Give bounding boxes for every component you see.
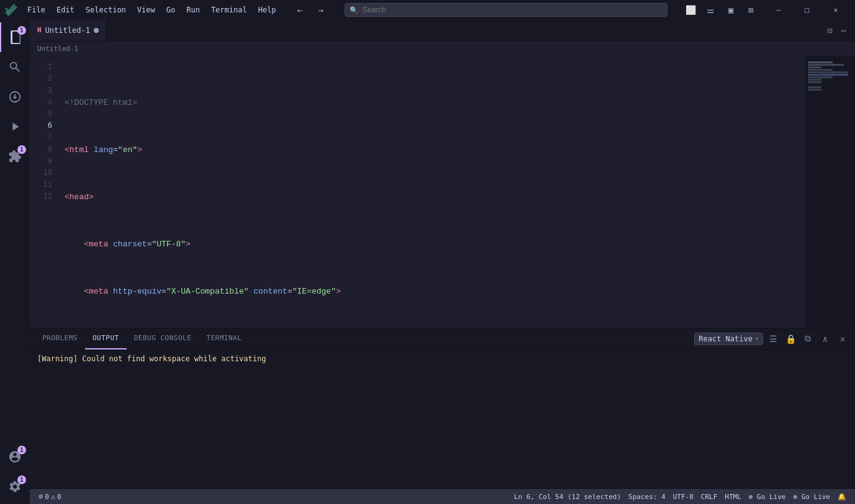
layout-grid-icon[interactable]: ⊞	[742, 3, 759, 17]
panel-area: PROBLEMS OUTPUT DEBUG CONSOLE TERMINAL R…	[30, 328, 855, 489]
breadcrumb: Untitled-1	[30, 42, 855, 56]
titlebar: File Edit Selection View Go Run Terminal…	[0, 0, 855, 20]
error-icon: ⊘	[38, 492, 43, 501]
line-num-6: 6	[30, 120, 52, 132]
html-file-icon: H	[37, 26, 42, 34]
tab-output[interactable]: OUTPUT	[85, 328, 127, 349]
explorer-badge: 1	[17, 26, 26, 35]
minimize-button[interactable]: —	[764, 0, 793, 20]
menu-selection[interactable]: Selection	[81, 4, 131, 16]
warning-icon: ⚠	[51, 492, 55, 501]
sidebar-right-icon[interactable]: ▣	[722, 3, 740, 17]
line-num-3: 3	[30, 85, 52, 97]
tab-modified-dot	[94, 28, 99, 33]
list-view-icon[interactable]: ☰	[766, 331, 780, 346]
status-language[interactable]: HTML	[721, 489, 745, 504]
tab-label: Untitled-1	[45, 26, 90, 35]
line-num-8: 8	[30, 144, 52, 156]
account-badge: 1	[17, 446, 26, 454]
main-layout: 1 1	[0, 20, 855, 504]
tab-debug-console[interactable]: DEBUG CONSOLE	[127, 328, 199, 349]
menu-edit[interactable]: Edit	[52, 4, 79, 16]
minimap	[805, 56, 855, 328]
line-ending-label: CRLF	[701, 493, 718, 501]
tab-bar: H Untitled-1 ⊟ ⋯	[30, 20, 855, 42]
status-bar: ⊘ 0 ⚠ 0 Ln 6, Col 54 (12 selected) Space…	[30, 489, 855, 504]
output-channel-dropdown[interactable]: React Native ▾	[694, 333, 763, 345]
vscode-logo-icon	[5, 4, 17, 16]
line-num-2: 2	[30, 73, 52, 85]
line-num-12: 12	[30, 191, 52, 203]
activity-item-run[interactable]	[0, 112, 30, 142]
bell-icon: 🔔	[838, 493, 846, 501]
status-encoding[interactable]: UTF-8	[669, 489, 697, 504]
activity-item-explorer[interactable]: 1	[0, 22, 30, 52]
code-line-5: <meta http-equiv="X-UA-Compatible" conte…	[65, 286, 805, 297]
line-numbers: 1 2 3 4 5 6 7 8 9 10 11 12	[30, 56, 60, 328]
tab-problems[interactable]: PROBLEMS	[35, 328, 85, 349]
line-num-4: 4	[30, 97, 52, 109]
search-bar[interactable]: 🔍	[345, 3, 667, 17]
line-num-11: 11	[30, 179, 52, 191]
split-editor-icon[interactable]: ⊟	[825, 24, 835, 37]
collapse-panel-icon[interactable]: ∧	[818, 331, 833, 346]
line-num-1: 1	[30, 61, 52, 73]
sidebar-split-icon[interactable]: ⚌	[702, 3, 720, 17]
search-icon: 🔍	[350, 6, 358, 14]
menu-view[interactable]: View	[132, 4, 160, 16]
activity-bar: 1 1	[0, 20, 30, 504]
extensions-badge: 1	[17, 145, 26, 154]
tab-untitled-1[interactable]: H Untitled-1	[30, 20, 107, 41]
titlebar-actions: ⬜ ⚌ ▣ ⊞	[682, 3, 759, 17]
menu-help[interactable]: Help	[253, 4, 281, 16]
search-input[interactable]	[345, 3, 667, 17]
status-line-ending[interactable]: CRLF	[697, 489, 722, 504]
panel-content: [Warning] Could not find workspace while…	[30, 349, 855, 489]
status-errors[interactable]: ⊘ 0 ⚠ 0	[35, 489, 65, 504]
status-go-live-1[interactable]: ⊕ Go Live	[745, 489, 790, 504]
code-content[interactable]: <!DOCTYPE html> <html lang="en"> <head> …	[60, 56, 805, 328]
lock-output-icon[interactable]: 🔒	[783, 331, 798, 346]
settings-badge: 1	[17, 475, 26, 484]
line-num-9: 9	[30, 156, 52, 168]
activity-item-settings[interactable]: 1	[0, 472, 30, 502]
status-position[interactable]: Ln 6, Col 54 (12 selected)	[510, 489, 625, 504]
menu-terminal[interactable]: Terminal	[206, 4, 252, 16]
nav-forward-button[interactable]: →	[312, 3, 330, 17]
status-bell[interactable]: 🔔	[834, 489, 850, 504]
close-button[interactable]: ✕	[821, 0, 850, 20]
close-panel-icon[interactable]: ✕	[835, 331, 850, 346]
activity-item-source-control[interactable]	[0, 82, 30, 112]
maximize-button[interactable]: □	[793, 0, 821, 20]
editor-area: H Untitled-1 ⊟ ⋯ Untitled-1 1 2 3 4 5 6 …	[30, 20, 855, 504]
menu-go[interactable]: Go	[161, 4, 180, 16]
menu-run[interactable]: Run	[181, 4, 205, 16]
warning-output: [Warning] Could not find workspace while…	[37, 354, 266, 363]
cursor-position: Ln 6, Col 54 (12 selected)	[514, 493, 621, 501]
tab-layout-actions: ⊟ ⋯	[820, 20, 855, 41]
status-spaces[interactable]: Spaces: 4	[625, 489, 669, 504]
breadcrumb-file[interactable]: Untitled-1	[37, 45, 78, 53]
copy-output-icon[interactable]: ⧉	[800, 331, 815, 346]
code-line-4: <meta charset="UTF-8">	[65, 238, 805, 250]
menu-file[interactable]: File	[22, 4, 50, 16]
language-label: HTML	[725, 493, 741, 501]
panel-tab-bar: PROBLEMS OUTPUT DEBUG CONSOLE TERMINAL R…	[30, 328, 855, 349]
status-right: Ln 6, Col 54 (12 selected) Spaces: 4 UTF…	[510, 489, 850, 504]
sidebar-left-icon[interactable]: ⬜	[682, 3, 700, 17]
code-line-3: <head>	[65, 191, 805, 203]
warning-count: 0	[57, 493, 61, 501]
tab-terminal[interactable]: TERMINAL	[199, 328, 249, 349]
code-line-2: <html lang="en">	[65, 144, 805, 156]
output-channel-label: React Native	[699, 335, 753, 343]
status-go-live-2[interactable]: ⊕ Go Live	[789, 489, 834, 504]
nav-back-button[interactable]: ←	[291, 3, 309, 17]
activity-item-account[interactable]: 1	[0, 442, 30, 472]
more-actions-icon[interactable]: ⋯	[838, 24, 850, 37]
status-left: ⊘ 0 ⚠ 0	[35, 489, 65, 504]
activity-item-extensions[interactable]: 1	[0, 142, 30, 171]
code-editor[interactable]: 1 2 3 4 5 6 7 8 9 10 11 12 <!DOCTYPE htm…	[30, 56, 855, 328]
activity-item-search[interactable]	[0, 52, 30, 82]
window-controls: — □ ✕	[764, 0, 850, 20]
code-line-1: <!DOCTYPE html>	[65, 97, 805, 109]
